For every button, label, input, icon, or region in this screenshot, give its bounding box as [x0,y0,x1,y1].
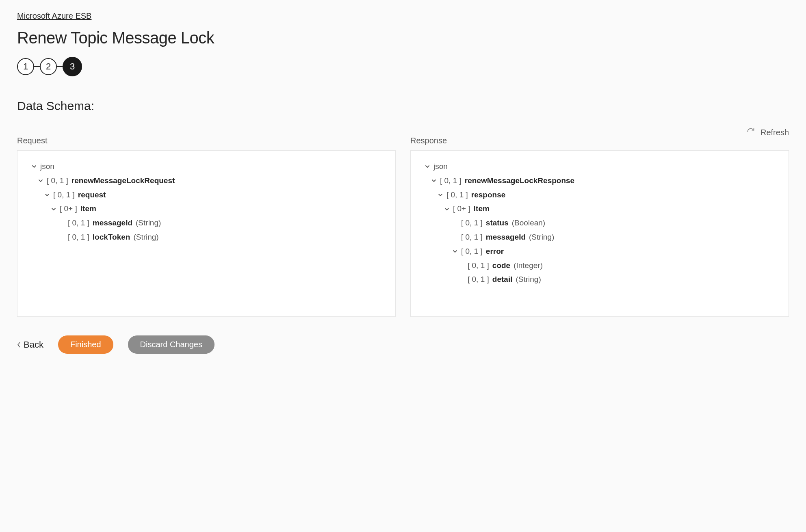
tree-node-label: json [433,162,448,171]
step-1[interactable]: 1 [17,58,34,75]
chevron-down-icon[interactable] [44,192,50,197]
node-name: renewMessageLockResponse [465,176,574,186]
node-type: (Integer) [514,261,543,270]
back-button[interactable]: Back [17,340,43,350]
tree-node[interactable]: [ 0, 1 ] messageId (String) [421,230,778,244]
chevron-down-icon[interactable] [425,164,430,169]
node-name: messageId [486,233,526,242]
chevron-down-icon[interactable] [31,164,37,169]
tree-node[interactable]: [ 0+ ] item [421,202,778,216]
tree-root[interactable]: json [28,160,385,174]
chevron-down-icon[interactable] [431,178,437,183]
cardinality: [ 0, 1 ] [468,261,489,270]
tree-root[interactable]: json [421,160,778,174]
tree-node[interactable]: [ 0, 1 ] renewMessageLockRequest [28,174,385,188]
cardinality: [ 0, 1 ] [468,275,489,284]
breadcrumb-link[interactable]: Microsoft Azure ESB [17,11,91,21]
chevron-down-icon[interactable] [444,207,450,212]
cardinality: [ 0, 1 ] [68,218,89,228]
node-name: lockToken [93,233,130,242]
step-connector [57,66,63,67]
cardinality: [ 0, 1 ] [68,233,89,242]
tree-node[interactable]: [ 0, 1 ] detail (String) [421,272,778,287]
cardinality: [ 0, 1 ] [47,176,68,186]
node-name: code [492,261,510,270]
node-name: item [474,204,490,214]
finished-button[interactable]: Finished [58,335,113,354]
cardinality: [ 0, 1 ] [461,247,483,256]
response-column: Response json[ 0, 1 ] renewMessageLockRe… [410,136,789,317]
tree-node[interactable]: [ 0, 1 ] lockToken (String) [28,230,385,244]
response-label: Response [410,136,789,145]
tree-node[interactable]: [ 0, 1 ] messageId (String) [28,216,385,230]
node-type: (String) [133,233,158,242]
cardinality: [ 0, 1 ] [446,190,468,200]
discard-button[interactable]: Discard Changes [128,335,214,354]
cardinality: [ 0+ ] [453,204,470,214]
stepper: 1 2 3 [17,57,789,76]
node-type: (String) [136,218,161,228]
tree-node[interactable]: [ 0, 1 ] request [28,188,385,202]
back-label: Back [24,340,43,350]
chevron-down-icon[interactable] [438,192,443,197]
chevron-down-icon[interactable] [452,249,458,254]
cardinality: [ 0, 1 ] [440,176,462,186]
node-name: renewMessageLockRequest [72,176,175,186]
step-3[interactable]: 3 [63,57,82,76]
chevron-down-icon[interactable] [38,178,43,183]
step-2[interactable]: 2 [40,58,57,75]
node-name: request [78,190,106,200]
node-type: (String) [529,233,554,242]
request-column: Request json[ 0, 1 ] renewMessageLockReq… [17,136,396,317]
section-heading: Data Schema: [17,99,789,113]
node-name: item [80,204,96,214]
cardinality: [ 0, 1 ] [53,190,75,200]
tree-node[interactable]: [ 0, 1 ] error [421,244,778,259]
cardinality: [ 0, 1 ] [461,233,483,242]
chevron-down-icon[interactable] [51,207,56,212]
tree-node[interactable]: [ 0, 1 ] response [421,188,778,202]
footer-actions: Back Finished Discard Changes [17,335,789,354]
cardinality: [ 0+ ] [60,204,77,214]
node-name: detail [492,275,513,284]
tree-node-label: json [40,162,54,171]
response-panel: json[ 0, 1 ] renewMessageLockResponse[ 0… [410,150,789,317]
node-name: messageId [93,218,132,228]
tree-node[interactable]: [ 0, 1 ] renewMessageLockResponse [421,174,778,188]
node-type: (String) [516,275,541,284]
tree-node[interactable]: [ 0, 1 ] code (Integer) [421,259,778,273]
cardinality: [ 0, 1 ] [461,218,483,228]
node-name: response [471,190,505,200]
tree-node[interactable]: [ 0+ ] item [28,202,385,216]
step-connector [34,66,40,67]
node-name: status [486,218,509,228]
tree-node[interactable]: [ 0, 1 ] status (Boolean) [421,216,778,230]
page-title: Renew Topic Message Lock [17,29,789,47]
node-name: error [486,247,504,256]
request-label: Request [17,136,396,145]
node-type: (Boolean) [512,218,545,228]
request-panel: json[ 0, 1 ] renewMessageLockRequest[ 0,… [17,150,396,317]
